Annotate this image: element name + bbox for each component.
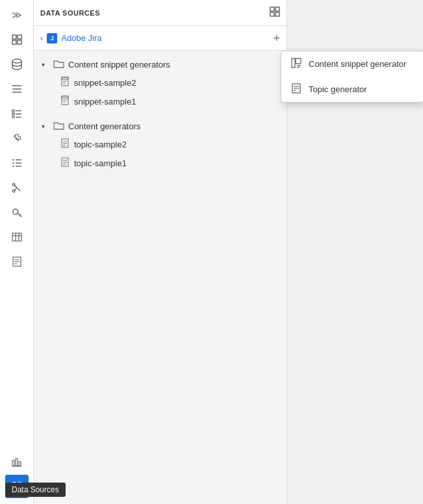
topic-generator-icon bbox=[290, 83, 302, 95]
dropdown-item-snippet-label: Content snippet generator bbox=[309, 59, 406, 69]
breadcrumb-back-button[interactable]: ‹ bbox=[40, 33, 43, 43]
tree-item-label-snippet1: snippet-sample1 bbox=[74, 97, 136, 107]
svg-line-21 bbox=[14, 188, 17, 191]
key-icon[interactable] bbox=[5, 201, 29, 224]
report-icon[interactable] bbox=[5, 250, 29, 273]
dropdown-item-topic[interactable]: Topic generator bbox=[281, 77, 423, 102]
breadcrumb-add-button[interactable]: + bbox=[273, 32, 280, 44]
folder-icon-snippet bbox=[53, 59, 64, 70]
tree-item-label-snippet2: snippet-sample2 bbox=[74, 78, 136, 88]
tree-content: ▾ Content snippet generators bbox=[34, 51, 287, 181]
svg-rect-0 bbox=[12, 35, 16, 39]
svg-point-4 bbox=[12, 59, 21, 63]
sidebar: ≫ bbox=[0, 0, 34, 504]
svg-rect-36 bbox=[16, 459, 18, 466]
database-icon[interactable] bbox=[5, 53, 29, 76]
svg-point-24 bbox=[13, 209, 18, 214]
tree-item-label-topic1: topic-sample1 bbox=[74, 158, 127, 168]
table-icon[interactable] bbox=[5, 225, 29, 249]
breadcrumb-row: ‹ J Adobe Jira + bbox=[34, 26, 287, 51]
tooltip-label: Data Sources bbox=[12, 485, 59, 494]
svg-rect-3 bbox=[18, 40, 21, 44]
list-item[interactable]: topic-sample1 bbox=[34, 154, 287, 173]
tree-group-label-snippet: Content snippet generators bbox=[68, 60, 170, 69]
svg-rect-35 bbox=[12, 460, 14, 466]
list-icon[interactable] bbox=[5, 77, 29, 101]
folder-icon-gen bbox=[53, 121, 64, 132]
svg-rect-46 bbox=[276, 12, 279, 16]
scissors-icon[interactable] bbox=[5, 176, 29, 199]
svg-rect-64 bbox=[296, 58, 301, 64]
file-icon-snippet2 bbox=[61, 77, 70, 89]
dropdown-item-snippet[interactable]: Content snippet generator bbox=[281, 51, 423, 77]
panel-grid-icon[interactable] bbox=[270, 6, 280, 19]
panel-header: DATA SOURCES bbox=[34, 0, 287, 26]
collapse-icon[interactable]: ≫ bbox=[5, 3, 29, 27]
grid-icon[interactable] bbox=[5, 28, 29, 51]
svg-rect-8 bbox=[12, 110, 14, 112]
tree-group-content-gen: ▾ Content generators topi bbox=[34, 118, 287, 173]
tree-group-label-gen: Content generators bbox=[68, 121, 140, 131]
tree-group-content-snippet: ▾ Content snippet generators bbox=[34, 56, 287, 111]
dropdown-menu: Content snippet generator Topic generato… bbox=[281, 51, 423, 103]
svg-rect-1 bbox=[18, 35, 21, 39]
breadcrumb-source-label: Adobe Jira bbox=[61, 33, 101, 43]
list-item[interactable]: snippet-sample1 bbox=[34, 92, 287, 111]
svg-rect-10 bbox=[12, 113, 14, 115]
puzzle-icon[interactable] bbox=[5, 127, 29, 150]
chart-icon[interactable] bbox=[5, 450, 29, 473]
list-item[interactable]: snippet-sample2 bbox=[34, 73, 287, 92]
tree-group-header-snippet[interactable]: ▾ Content snippet generators bbox=[34, 56, 287, 73]
svg-rect-43 bbox=[270, 7, 274, 11]
panel-title: DATA SOURCES bbox=[40, 9, 100, 17]
tree-item-label-topic2: topic-sample2 bbox=[74, 140, 127, 149]
file-icon-topic2 bbox=[61, 138, 70, 151]
main-panel: DATA SOURCES ‹ J Adobe Jira + ▾ bbox=[34, 0, 287, 504]
svg-rect-45 bbox=[270, 12, 274, 16]
dropdown-item-topic-label: Topic generator bbox=[309, 84, 367, 94]
svg-rect-63 bbox=[292, 58, 295, 68]
svg-rect-2 bbox=[12, 40, 16, 44]
file-icon-snippet1 bbox=[61, 95, 70, 108]
jira-icon: J bbox=[47, 33, 57, 44]
expand-icon-gen: ▾ bbox=[42, 123, 49, 130]
svg-rect-37 bbox=[19, 462, 21, 466]
tree-group-header-gen[interactable]: ▾ Content generators bbox=[34, 118, 287, 135]
svg-rect-12 bbox=[12, 116, 14, 118]
tooltip-badge: Data Sources bbox=[5, 483, 66, 497]
expand-icon-snippet: ▾ bbox=[42, 61, 49, 68]
file-icon-topic1 bbox=[61, 157, 70, 170]
svg-rect-44 bbox=[276, 7, 279, 11]
list3-icon[interactable] bbox=[5, 151, 29, 175]
list-item[interactable]: topic-sample2 bbox=[34, 135, 287, 154]
svg-rect-27 bbox=[12, 233, 21, 241]
snippet-generator-icon bbox=[290, 58, 302, 70]
list2-icon[interactable] bbox=[5, 102, 29, 125]
